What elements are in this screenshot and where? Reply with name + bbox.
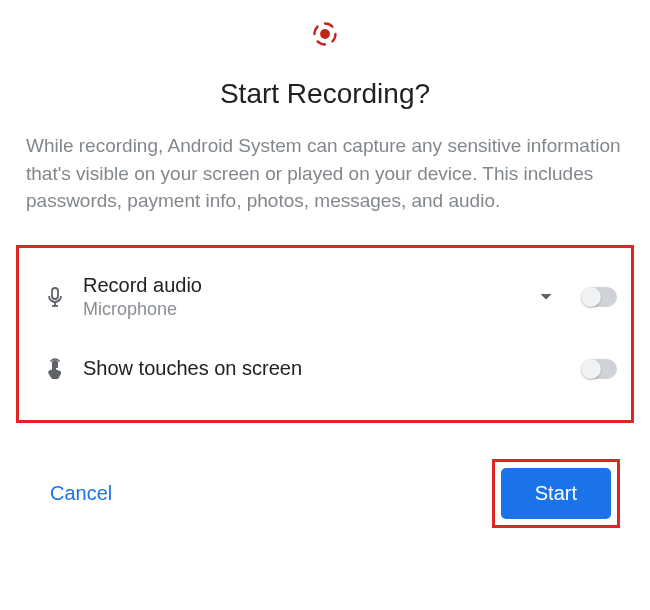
chevron-down-icon	[540, 293, 552, 301]
cancel-button[interactable]: Cancel	[36, 472, 126, 515]
start-button-highlight-box: Start	[492, 459, 620, 528]
dialog-title: Start Recording?	[0, 78, 650, 132]
record-target-icon	[0, 20, 650, 78]
toggle-knob	[581, 287, 601, 307]
show-touches-toggle[interactable]	[581, 359, 617, 379]
show-touches-labels: Show touches on screen	[77, 357, 581, 380]
toggle-knob	[581, 359, 601, 379]
options-highlight-box: Record audio Microphone Show	[16, 245, 634, 423]
dialog-body: While recording, Android System can capt…	[0, 132, 650, 245]
audio-source-dropdown[interactable]	[533, 293, 559, 301]
record-audio-labels: Record audio Microphone	[77, 274, 533, 320]
start-button[interactable]: Start	[501, 468, 611, 519]
record-audio-row[interactable]: Record audio Microphone	[33, 266, 617, 328]
record-audio-subtitle: Microphone	[83, 299, 533, 320]
record-audio-toggle[interactable]	[581, 287, 617, 307]
start-recording-dialog: Start Recording? While recording, Androi…	[0, 0, 650, 610]
show-touches-title: Show touches on screen	[83, 357, 581, 380]
svg-point-0	[320, 29, 330, 39]
touch-icon	[33, 357, 77, 381]
microphone-icon	[33, 285, 77, 309]
record-audio-title: Record audio	[83, 274, 533, 297]
svg-rect-1	[52, 288, 58, 299]
show-touches-row[interactable]: Show touches on screen	[33, 340, 617, 398]
dialog-button-bar: Cancel Start	[0, 423, 650, 550]
